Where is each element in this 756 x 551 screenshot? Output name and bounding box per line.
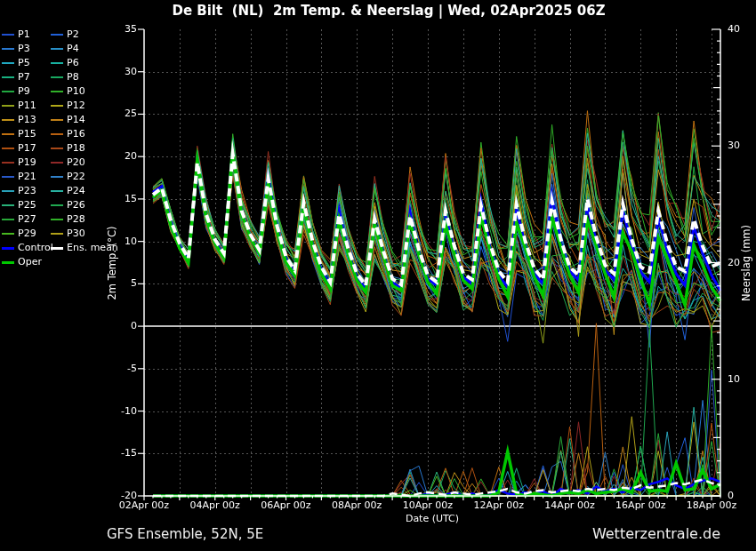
legend-label-control: Control xyxy=(18,241,53,255)
legend-swatch-control xyxy=(2,247,14,250)
legend-swatch-p18 xyxy=(51,148,63,149)
legend-label-p2: P2 xyxy=(67,28,79,42)
legend-label-p9: P9 xyxy=(18,84,30,99)
legend-label-p14: P14 xyxy=(67,113,85,127)
legend-label-p16: P16 xyxy=(67,127,85,141)
legend-swatch-p16 xyxy=(51,133,63,135)
legend-item-p26: P26 xyxy=(51,198,85,212)
legend-label-p5: P5 xyxy=(18,56,30,70)
legend-label-p21: P21 xyxy=(18,170,36,184)
legend-item-oper: Oper xyxy=(2,255,42,269)
precip-tick-label: 10 xyxy=(728,373,740,385)
legend-swatch-p15 xyxy=(2,133,14,135)
legend-swatch-p2 xyxy=(51,34,63,36)
x-axis-title: Date (UTC) xyxy=(388,513,477,524)
legend-label-p25: P25 xyxy=(18,198,36,212)
legend-item-p29: P29 xyxy=(2,227,36,241)
legend-swatch-ens-mean xyxy=(51,247,63,250)
legend-item-p4: P4 xyxy=(51,42,79,56)
legend-swatch-oper xyxy=(2,261,14,264)
legend-swatch-p5 xyxy=(2,62,14,64)
legend-item-p9: P9 xyxy=(2,84,30,99)
legend-swatch-p25 xyxy=(2,204,14,206)
temp-tick-label: 35 xyxy=(105,23,137,35)
legend-swatch-p4 xyxy=(51,48,63,50)
legend-swatch-p17 xyxy=(2,148,14,149)
legend-swatch-p14 xyxy=(51,119,63,121)
legend-item-p6: P6 xyxy=(51,56,79,70)
legend-label-p18: P18 xyxy=(67,141,85,156)
legend-item-p15: P15 xyxy=(2,127,36,141)
legend-label-p22: P22 xyxy=(67,170,85,184)
legend-label-p10: P10 xyxy=(67,84,85,99)
legend-label-p8: P8 xyxy=(67,70,79,84)
temp-tick-label: 25 xyxy=(105,108,137,119)
precip-tick-label: 30 xyxy=(728,140,740,151)
date-tick-label: 16Apr 00z xyxy=(605,499,676,511)
legend-label-p13: P13 xyxy=(18,113,36,127)
legend-item-p11: P11 xyxy=(2,99,36,113)
legend-swatch-p27 xyxy=(2,219,14,220)
legend-item-p16: P16 xyxy=(51,127,85,141)
legend-swatch-p26 xyxy=(51,204,63,206)
legend-label-p17: P17 xyxy=(18,141,36,156)
legend-item-p10: P10 xyxy=(51,84,85,99)
legend-item-control: Control xyxy=(2,241,53,255)
legend-label-p20: P20 xyxy=(67,156,85,170)
legend-swatch-p30 xyxy=(51,233,63,235)
legend-swatch-p19 xyxy=(2,162,14,164)
legend-label-p11: P11 xyxy=(18,99,36,113)
date-tick-label: 10Apr 00z xyxy=(392,499,463,511)
legend-swatch-p29 xyxy=(2,233,14,235)
legend-swatch-p24 xyxy=(51,190,63,192)
temp-tick-label: 0 xyxy=(105,320,137,331)
legend-swatch-p12 xyxy=(51,105,63,107)
legend-swatch-p10 xyxy=(51,91,63,92)
website-credit-text: Wetterzentrale.de xyxy=(498,525,720,542)
date-tick-label: 08Apr 00z xyxy=(321,499,392,511)
legend-item-p17: P17 xyxy=(2,141,36,156)
legend-item-p12: P12 xyxy=(51,99,85,113)
legend-label-p28: P28 xyxy=(67,212,85,227)
right-axis-title: Neerslag (mm) xyxy=(740,225,752,301)
legend-item-p2: P2 xyxy=(51,28,79,42)
date-tick-label: 12Apr 00z xyxy=(463,499,535,511)
legend-swatch-p20 xyxy=(51,162,63,164)
legend-swatch-p7 xyxy=(2,76,14,78)
date-tick-label: 18Apr 00z xyxy=(676,499,747,511)
legend-item-p27: P27 xyxy=(2,212,36,227)
legend-item-p19: P19 xyxy=(2,156,36,170)
legend-item-p8: P8 xyxy=(51,70,79,84)
legend-label-p29: P29 xyxy=(18,227,36,241)
model-info-text: GFS Ensemble, 52N, 5E xyxy=(107,526,263,542)
temp-tick-label: 20 xyxy=(105,150,137,162)
legend-label-oper: Oper xyxy=(18,255,42,269)
legend-label-p1: P1 xyxy=(18,28,30,42)
temp-tick-label: 15 xyxy=(105,193,137,204)
precip-tick-label: 40 xyxy=(728,23,740,35)
date-tick-label: 04Apr 00z xyxy=(180,499,251,511)
legend-item-p22: P22 xyxy=(51,170,85,184)
legend-item-p5: P5 xyxy=(2,56,30,70)
temp-tick-label: 30 xyxy=(105,66,137,77)
legend-item-p28: P28 xyxy=(51,212,85,227)
meteogram-figure: De Bilt (NL) 2m Temp. & Neerslag | Wed, … xyxy=(0,0,756,551)
legend-item-p25: P25 xyxy=(2,198,36,212)
legend-swatch-p6 xyxy=(51,62,63,64)
legend-swatch-p21 xyxy=(2,176,14,178)
precip-tick-label: 20 xyxy=(728,257,740,268)
legend-label-p6: P6 xyxy=(67,56,79,70)
legend-swatch-p28 xyxy=(51,219,63,220)
legend-label-p30: P30 xyxy=(67,227,85,241)
legend-item-p13: P13 xyxy=(2,113,36,127)
legend-swatch-p23 xyxy=(2,190,14,192)
legend-label-p24: P24 xyxy=(67,184,85,198)
date-tick-label: 14Apr 00z xyxy=(535,499,606,511)
legend-item-p14: P14 xyxy=(51,113,85,127)
legend-label-p27: P27 xyxy=(18,212,36,227)
legend-label-p4: P4 xyxy=(67,42,79,56)
legend-swatch-p9 xyxy=(2,91,14,92)
legend-label-p15: P15 xyxy=(18,127,36,141)
legend-label-p19: P19 xyxy=(18,156,36,170)
date-tick-label: 02Apr 00z xyxy=(109,499,180,511)
